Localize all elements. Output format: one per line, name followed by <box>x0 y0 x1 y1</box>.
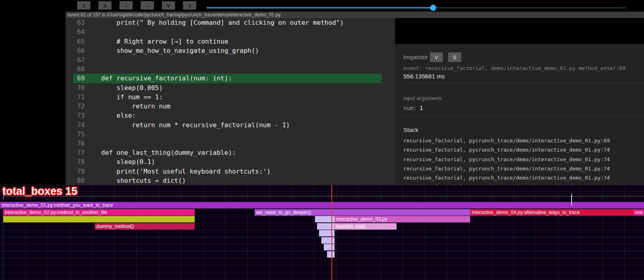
code-text: sleep(0.005) <box>101 84 163 92</box>
line-number: 64 <box>66 28 85 36</box>
line-number: 66 <box>66 47 85 54</box>
nav-up-button[interactable]: ∧ <box>98 1 112 10</box>
line-number: 78 <box>66 158 85 166</box>
code-text: def recursive_factorial(num: int): <box>101 74 232 82</box>
code-line-66[interactable]: 66 show_me_how_to_navigate_using_graph() <box>66 46 395 55</box>
stack-frame[interactable]: recursive_factorial, pycrunch_trace/demo… <box>403 155 644 164</box>
nav-down-button[interactable]: ∨ <box>162 1 175 10</box>
flame-bar[interactable] <box>319 230 335 236</box>
playhead-cursor-line <box>331 185 332 280</box>
line-number: 79 <box>66 168 85 175</box>
flame-bar[interactable] <box>327 251 335 258</box>
code-line-68[interactable]: 68 <box>66 64 395 74</box>
code-text: else: <box>101 112 136 119</box>
event-position-text: event 81 of 157 in /Users/gleb/code/pycr… <box>68 12 281 18</box>
timeline-ruler <box>3 196 644 196</box>
line-number: 65 <box>66 38 85 45</box>
code-line-71[interactable]: 71 if num == 1: <box>66 92 395 102</box>
event-duration: 556.135681 ms <box>403 73 445 80</box>
line-number: 73 <box>66 112 85 119</box>
code-line-74[interactable]: 74 return num * recursive_factorial(num … <box>66 120 395 129</box>
slider-fill <box>207 7 433 8</box>
line-number: 74 <box>66 121 85 129</box>
code-line-80[interactable]: 80 shortcuts = dict() <box>66 176 395 185</box>
code-line-63[interactable]: 63 print(" By holding [Command] and clic… <box>66 18 395 27</box>
inspector-title: Inspector <box>403 54 428 60</box>
total-boxes-label: total_boxes 15 <box>2 185 78 198</box>
slider-handle[interactable] <box>430 5 436 11</box>
code-text: def one_last_thing(dummy_variable): <box>101 149 236 156</box>
code-line-72[interactable]: 72 return num <box>66 102 395 111</box>
status-bar: event 81 of 157 in /Users/gleb/code/pycr… <box>66 12 644 18</box>
argument-name: num: <box>403 105 417 111</box>
code-text: return num <box>101 102 170 110</box>
code-text: return num * recursive_factorial(num - 1… <box>101 121 290 129</box>
flame-bar-dummy-method[interactable]: dummy_method() <box>95 223 195 230</box>
inspector-v-button[interactable]: V <box>430 52 443 62</box>
stack-list: recursive_factorial, pycrunch_trace/demo… <box>403 136 644 185</box>
timeline-marker-tick <box>571 194 572 206</box>
flame-bar[interactable] <box>3 216 195 222</box>
stack-label: Stack <box>403 126 419 133</box>
code-lines: 63 print(" By holding [Command] and clic… <box>66 18 395 185</box>
line-number: 68 <box>66 65 85 73</box>
argument-value: 1 <box>420 105 423 111</box>
code-line-69[interactable]: 69def recursive_factorial(num: int): <box>66 74 395 83</box>
code-text: show_me_how_to_navigate_using_graph() <box>101 47 259 54</box>
code-line-77[interactable]: 77def one_last_thing(dummy_variable): <box>66 148 395 157</box>
code-line-73[interactable]: 73 else: <box>66 111 395 120</box>
section-divider <box>403 116 644 116</box>
code-line-78[interactable]: 78 sleep(0.1) <box>66 157 395 166</box>
code-text: print('Most useful keyboard shortcuts:') <box>101 168 271 175</box>
timeline-slider[interactable] <box>207 5 626 11</box>
code-text: if num == 1: <box>101 93 163 101</box>
line-number: 80 <box>66 177 85 184</box>
code-text: shortcuts = dict() <box>101 177 186 184</box>
code-editor[interactable]: 63 print(" By holding [Command] and clic… <box>66 18 395 185</box>
event-summary: event: recursive_factorial, demo/interac… <box>403 65 626 71</box>
stack-frame[interactable]: recursive_factorial, pycrunch_trace/demo… <box>403 136 644 145</box>
code-line-64[interactable]: 64 <box>66 27 395 36</box>
flame-bar-interactive-demo-01-py-method-you-want-to-trace[interactable]: interactive_demo_01.py:method_you_want_t… <box>0 202 644 208</box>
toolbar-nav-buttons: ∧∧‹›∨∨ <box>77 1 196 10</box>
flame-bar-one[interactable]: one <box>633 209 644 216</box>
flame-bar-we-need-to-go-deeper[interactable]: we_need_to_go_deeper() <box>255 209 470 216</box>
input-arguments-label: input arguments <box>403 95 442 101</box>
code-line-65[interactable]: 65 # Right arrow [→] to continue <box>66 36 395 46</box>
nav-next-event-button[interactable]: › <box>141 1 154 10</box>
stack-frame[interactable]: recursive_factorial, pycrunch_trace/demo… <box>403 164 644 173</box>
code-line-75[interactable]: 75 <box>66 130 395 139</box>
flame-bar[interactable] <box>321 237 335 244</box>
line-number: 72 <box>66 102 85 110</box>
line-number: 77 <box>66 149 85 156</box>
section-divider <box>403 83 644 84</box>
nav-prev-event-button[interactable]: ‹ <box>120 1 133 10</box>
code-line-67[interactable]: 67 <box>66 55 395 64</box>
stack-frame[interactable]: recursive_factorial, pycrunch_trace/demo… <box>403 145 644 154</box>
code-text: # Right arrow [→] to continue <box>101 38 228 45</box>
line-number: 70 <box>66 84 85 92</box>
code-text: sleep(0.1) <box>101 158 155 166</box>
flame-bar-interactive-demo-02-py-method-in-another-file[interactable]: interactive_demo_02.py:method_in_another… <box>3 209 195 216</box>
pycrunch-tracing-app: ∧∧‹›∨∨ event 81 of 157 in /Users/gleb/co… <box>0 0 644 280</box>
nav-last-down-button[interactable]: ∨ <box>183 1 196 10</box>
argument-row: num:1 <box>403 105 423 111</box>
line-number: 76 <box>66 140 85 147</box>
flame-bar-interactive-demo-04-py-alternative-ways-to-trace[interactable]: interactive_demo_04.py:alternative_ways_… <box>470 209 633 216</box>
inspector-s-button[interactable]: S <box>448 52 461 62</box>
flame-bar[interactable] <box>324 244 335 250</box>
line-number: 75 <box>66 130 85 138</box>
code-line-79[interactable]: 79 print('Most useful keyboard shortcuts… <box>66 167 395 176</box>
flame-bar-interactive-demo-03-py[interactable]: interactive_demo_03.py <box>335 216 470 222</box>
line-number: 63 <box>66 19 85 26</box>
code-text: print(" By holding [Command] and clickin… <box>101 19 344 26</box>
stack-frame[interactable]: recursive_factorial, pycrunch_trace/demo… <box>403 173 644 182</box>
inspector-panel: Inspector V S event: recursive_factorial… <box>395 44 644 185</box>
code-line-70[interactable]: 70 sleep(0.005) <box>66 83 395 92</box>
line-number: 69 <box>66 74 85 82</box>
timeline-flame-graph[interactable]: total_boxes 15 interactive_demo_01.py:me… <box>0 185 644 280</box>
line-number: 67 <box>66 56 85 64</box>
code-line-76[interactable]: 76 <box>66 139 395 148</box>
flame-bar-function-call[interactable]: function_call() <box>335 223 397 230</box>
nav-first-up-button[interactable]: ∧ <box>77 1 90 10</box>
